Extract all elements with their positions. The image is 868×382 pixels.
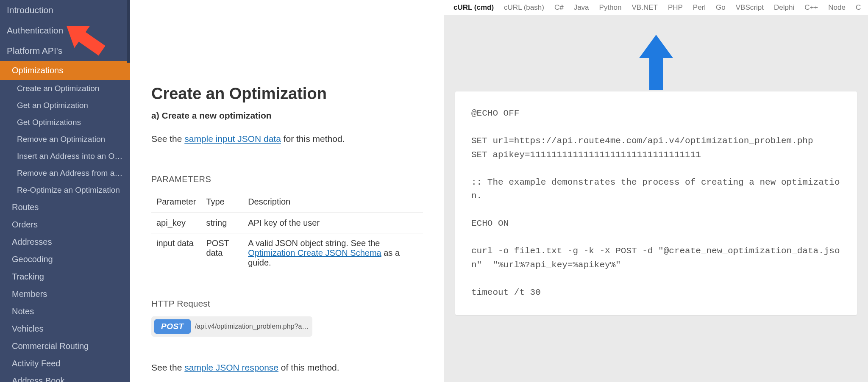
nav-tracking[interactable]: Tracking — [0, 268, 130, 285]
scrollbar-thumb[interactable] — [127, 0, 130, 63]
nav-sub-insert-address[interactable]: Insert an Address into an Opti… — [0, 148, 130, 165]
nav-sub-remove-optimization[interactable]: Remove an Optimization — [0, 131, 130, 148]
nav-notes[interactable]: Notes — [0, 303, 130, 320]
param-desc-prefix: A valid JSON object string. See the — [248, 238, 380, 248]
tab-cpp[interactable]: C++ — [799, 0, 823, 15]
nav-sub-reoptimize[interactable]: Re-Optimize an Optimization — [0, 182, 130, 199]
nav-activity-feed[interactable]: Activity Feed — [0, 355, 130, 372]
annotation-blue-arrow-icon — [639, 35, 673, 90]
tab-csharp[interactable]: C# — [549, 0, 569, 15]
http-request-box: POST /api.v4/optimization_problem.php?ap… — [151, 316, 312, 337]
nav-sub-create-optimization[interactable]: Create an Optimization — [0, 80, 130, 97]
sidebar: Introduction Authentication Platform API… — [0, 0, 130, 382]
tab-go[interactable]: Go — [711, 0, 731, 15]
nav-members[interactable]: Members — [0, 285, 130, 303]
nav-sub-remove-address[interactable]: Remove an Address from an … — [0, 165, 130, 182]
table-row: input data POST data A valid JSON object… — [151, 233, 423, 273]
tab-node[interactable]: Node — [823, 0, 851, 15]
nav-commercial-routing[interactable]: Commercial Routing — [0, 338, 130, 355]
parameters-heading: PARAMETERS — [151, 174, 423, 184]
tab-php[interactable]: PHP — [663, 0, 688, 15]
page-subtitle: a) Create a new optimization — [151, 111, 423, 121]
nav-introduction[interactable]: Introduction — [0, 0, 130, 20]
tab-vbscript[interactable]: VBScript — [731, 0, 769, 15]
intro-text-prefix: See the — [151, 134, 184, 144]
response-suffix: of this method. — [278, 363, 339, 372]
param-desc: A valid JSON object string. See the Opti… — [243, 233, 423, 273]
tab-python[interactable]: Python — [594, 0, 627, 15]
col-type: Type — [201, 193, 243, 213]
response-prefix: See the — [151, 363, 184, 372]
nav-routes[interactable]: Routes — [0, 199, 130, 216]
content-panel: Create an Optimization a) Create a new o… — [130, 0, 444, 382]
sidebar-scrollbar[interactable] — [127, 0, 130, 382]
response-paragraph: See the sample JSON response of this met… — [151, 361, 423, 374]
intro-paragraph: See the sample input JSON data for this … — [151, 133, 423, 145]
code-card: @ECHO OFF SET url=https://api.route4me.c… — [455, 91, 857, 315]
param-desc: API key of the user — [243, 213, 423, 233]
nav-sub-get-optimizations[interactable]: Get Optimizations — [0, 114, 130, 131]
tab-java[interactable]: Java — [569, 0, 594, 15]
param-type: POST data — [201, 233, 243, 273]
nav-optimizations[interactable]: Optimizations — [0, 61, 130, 80]
param-type: string — [201, 213, 243, 233]
tab-perl[interactable]: Perl — [688, 0, 711, 15]
language-tabs: cURL (cmd) cURL (bash) C# Java Python VB… — [444, 0, 868, 15]
http-path: /api.v4/optimization_problem.php?api_key… — [195, 323, 309, 330]
nav-vehicles[interactable]: Vehicles — [0, 320, 130, 338]
nav-sub-get-optimization[interactable]: Get an Optimization — [0, 97, 130, 114]
param-name: input data — [151, 233, 201, 273]
tab-vbnet[interactable]: VB.NET — [626, 0, 662, 15]
sample-json-response-link[interactable]: sample JSON response — [184, 363, 278, 372]
http-request-heading: HTTP Request — [151, 299, 423, 309]
parameters-table: Parameter Type Description api_key strin… — [151, 193, 423, 273]
nav-geocoding[interactable]: Geocoding — [0, 251, 130, 268]
http-method-badge: POST — [154, 319, 191, 334]
svg-marker-1 — [639, 35, 673, 90]
param-name: api_key — [151, 213, 201, 233]
nav-orders[interactable]: Orders — [0, 216, 130, 233]
nav-authentication[interactable]: Authentication — [0, 20, 130, 41]
nav-platform-apis[interactable]: Platform API's — [0, 41, 130, 61]
nav-address-book[interactable]: Address Book — [0, 372, 130, 382]
col-parameter: Parameter — [151, 193, 201, 213]
col-description: Description — [243, 193, 423, 213]
code-sample[interactable]: @ECHO OFF SET url=https://api.route4me.c… — [471, 107, 841, 300]
tab-delphi[interactable]: Delphi — [769, 0, 799, 15]
optimization-create-schema-link[interactable]: Optimization Create JSON Schema — [248, 248, 381, 257]
code-panel: cURL (cmd) cURL (bash) C# Java Python VB… — [444, 0, 868, 382]
tab-curl-cmd[interactable]: cURL (cmd) — [448, 0, 499, 15]
tab-curl-bash[interactable]: cURL (bash) — [499, 0, 549, 15]
sidebar-scroll: Introduction Authentication Platform API… — [0, 0, 130, 382]
nav-addresses[interactable]: Addresses — [0, 233, 130, 251]
intro-text-suffix: for this method. — [281, 134, 345, 144]
table-row: api_key string API key of the user — [151, 213, 423, 233]
page-title: Create an Optimization — [151, 85, 423, 103]
code-area: @ECHO OFF SET url=https://api.route4me.c… — [444, 15, 868, 382]
tab-c[interactable]: C — [851, 0, 866, 15]
sample-input-json-link[interactable]: sample input JSON data — [184, 134, 281, 144]
